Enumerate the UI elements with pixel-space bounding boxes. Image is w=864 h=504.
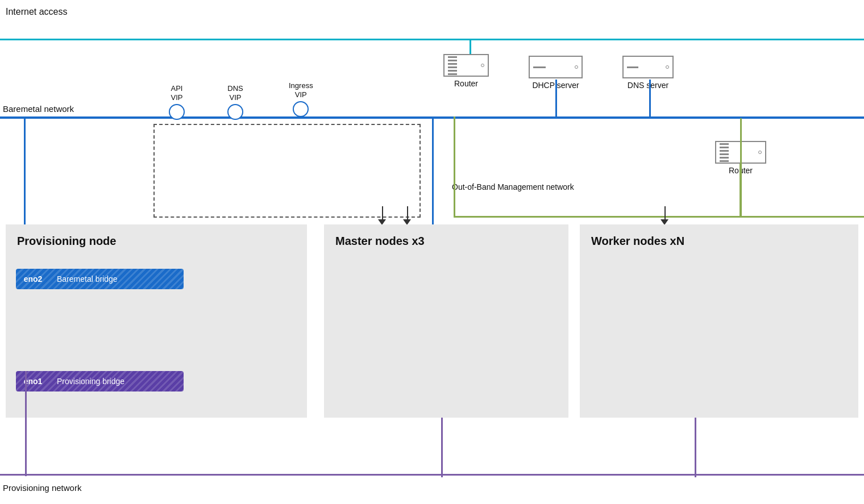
eno1-label: eno1 xyxy=(16,377,50,386)
baremetal-label: Baremetal network xyxy=(3,104,74,114)
dashed-vip-box xyxy=(153,124,421,218)
provisioning-node-box: Provisioning node eno2 Baremetal bridge … xyxy=(6,224,307,418)
arrow-down-2 xyxy=(407,206,408,220)
vip-ingress: IngressVIP xyxy=(289,81,313,117)
worker-nodes-box: Worker nodes xN xyxy=(580,224,858,418)
router-top-ports xyxy=(448,56,457,75)
conn-baremetal-prov xyxy=(24,116,26,226)
provisioning-network-line xyxy=(0,474,864,476)
router-top-label: Router xyxy=(454,79,478,88)
worker-nodes-title: Worker nodes xN xyxy=(591,235,684,248)
vip-dns-label: DNSVIP xyxy=(227,84,243,102)
vip-dns-circle xyxy=(227,104,243,120)
vip-ingress-label: IngressVIP xyxy=(289,81,313,99)
provisioning-bridge-label: Provisioning bridge xyxy=(50,377,184,386)
master-nodes-title: Master nodes x3 xyxy=(335,235,425,248)
arrow-down-1 xyxy=(382,206,383,220)
conn-baremetal-dns xyxy=(649,80,651,118)
dns-server-label: DNS server xyxy=(628,81,668,90)
dhcp-ports xyxy=(533,66,546,68)
conn-master-prov-line xyxy=(441,418,443,477)
baremetal-line-extend xyxy=(685,116,864,118)
dns-ports xyxy=(627,66,638,68)
oob-management-label: Out-of-Band Management network xyxy=(452,182,574,193)
router-right-ports xyxy=(720,143,729,162)
baremetal-bridge-bar: eno2 Baremetal bridge xyxy=(16,269,184,289)
internet-label: Internet access xyxy=(6,7,68,17)
vip-dns: DNSVIP xyxy=(227,84,243,120)
oob-vert-left xyxy=(454,116,455,218)
arrow-down-oob xyxy=(664,206,666,220)
router-top-device: Router xyxy=(443,54,489,88)
provisioning-bridge-bar: eno1 Provisioning bridge xyxy=(16,371,184,391)
router-right-vert xyxy=(740,164,741,218)
vip-api-circle xyxy=(169,104,185,120)
provisioning-node-title: Provisioning node xyxy=(17,235,116,248)
vip-api: APIVIP xyxy=(169,84,185,120)
conn-baremetal-master xyxy=(432,116,434,230)
master-nodes-box: Master nodes x3 xyxy=(324,224,568,418)
vip-ingress-circle xyxy=(293,101,309,117)
diagram-container: Internet access Baremetal network APIVIP… xyxy=(0,0,864,504)
conn-baremetal-dhcp xyxy=(555,80,557,118)
dhcp-box xyxy=(529,56,583,78)
eno2-label: eno2 xyxy=(16,274,50,284)
dns-server-device: DNS server xyxy=(622,56,674,90)
conn-prov-bridge-line xyxy=(25,371,27,476)
internet-bar: Internet access xyxy=(0,0,864,43)
router-top-box xyxy=(443,54,489,77)
provisioning-network-label: Provisioning network xyxy=(3,483,81,493)
conn-worker-prov-line xyxy=(695,418,696,477)
baremetal-bridge-label: Baremetal bridge xyxy=(50,274,184,284)
vip-api-label: APIVIP xyxy=(171,84,183,102)
oob-green-line xyxy=(454,216,864,218)
internet-line xyxy=(0,39,864,40)
dns-box xyxy=(622,56,674,78)
